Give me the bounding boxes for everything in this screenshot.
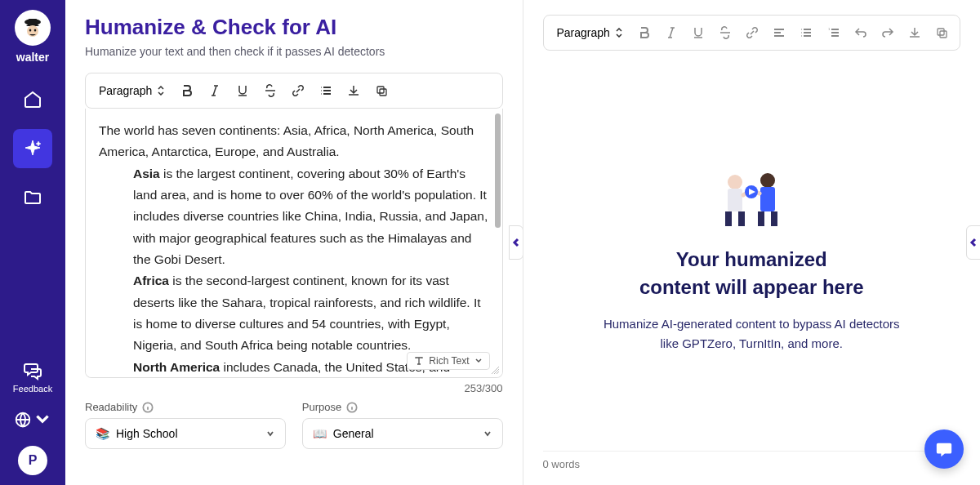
- info-icon[interactable]: [142, 402, 154, 413]
- home-icon: [23, 90, 42, 109]
- undo-icon: [854, 26, 867, 39]
- underline-button[interactable]: [687, 20, 710, 45]
- chevron-left-icon: [969, 238, 978, 247]
- output-title: Your humanized content will appear here: [639, 246, 864, 300]
- svg-rect-15: [728, 189, 742, 211]
- svg-rect-13: [940, 31, 947, 38]
- books-icon: 📚: [96, 427, 109, 440]
- paragraph-style-select-output[interactable]: Paragraph: [550, 23, 630, 42]
- svg-rect-21: [771, 211, 777, 226]
- svg-rect-16: [725, 211, 732, 226]
- readability-group: Readability 📚 High School: [85, 401, 286, 449]
- nav-humanize[interactable]: [13, 129, 52, 168]
- readability-label: Readability: [85, 401, 286, 413]
- italic-button[interactable]: [203, 78, 227, 103]
- underline-button[interactable]: [230, 78, 255, 103]
- download-button[interactable]: [341, 78, 366, 103]
- sort-icon: [157, 86, 165, 96]
- svg-point-14: [728, 175, 742, 189]
- svg-rect-8: [380, 89, 386, 96]
- svg-point-18: [760, 173, 775, 188]
- chevron-down-icon: [483, 429, 492, 438]
- collapse-right-handle[interactable]: [966, 225, 980, 260]
- list-button[interactable]: [314, 78, 338, 103]
- editor-wrap: The world has seven continents: Asia, Af…: [85, 109, 503, 378]
- input-editor[interactable]: The world has seven continents: Asia, Af…: [85, 109, 503, 378]
- brand-logo[interactable]: [15, 10, 51, 46]
- user-avatar[interactable]: P: [18, 446, 47, 475]
- chevron-down-icon: [265, 429, 275, 438]
- purpose-label: Purpose: [302, 401, 503, 413]
- underline-icon: [692, 26, 705, 39]
- purpose-select[interactable]: 📖 General: [302, 418, 503, 449]
- folder-icon: [23, 188, 42, 207]
- list-icon: [319, 84, 332, 97]
- sparkle-icon: [23, 139, 42, 158]
- output-illustration: [702, 148, 800, 229]
- italic-icon: [208, 84, 221, 97]
- link-icon: [746, 26, 759, 39]
- page-title: Humanize & Check for AI: [85, 15, 503, 40]
- link-button[interactable]: [286, 78, 310, 103]
- svg-rect-17: [738, 211, 745, 226]
- page-subtitle: Humanize your text and then check if it …: [85, 45, 503, 58]
- chat-fab[interactable]: [924, 429, 964, 469]
- info-icon[interactable]: [346, 402, 358, 413]
- editor-intro: The world has seven continents: Asia, Af…: [99, 120, 489, 163]
- svg-rect-20: [758, 211, 764, 226]
- link-icon: [292, 84, 305, 97]
- editor-scrollbar[interactable]: [495, 113, 501, 228]
- output-subtitle: Humanize AI-generated content to bypass …: [596, 314, 906, 354]
- feedback-button[interactable]: Feedback: [13, 361, 52, 394]
- language-button[interactable]: [13, 403, 52, 436]
- svg-rect-19: [760, 187, 775, 211]
- copy-button[interactable]: [369, 78, 394, 103]
- download-button[interactable]: [902, 20, 926, 45]
- list-left-button[interactable]: [768, 20, 791, 45]
- sidebar: walter Feedback P: [0, 0, 65, 485]
- italic-button[interactable]: [660, 20, 684, 45]
- main-area: Humanize & Check for AI Humanize your te…: [65, 0, 980, 485]
- sort-icon: [615, 28, 623, 38]
- svg-rect-2: [29, 19, 37, 23]
- text-icon: [414, 356, 424, 366]
- input-toolbar: Paragraph: [85, 73, 503, 109]
- copy-button[interactable]: [929, 20, 953, 45]
- readability-select[interactable]: 📚 High School: [85, 418, 286, 449]
- strike-button[interactable]: [714, 20, 737, 45]
- brand-name: walter: [16, 51, 49, 64]
- list-icon: [800, 26, 813, 39]
- feedback-label: Feedback: [13, 384, 52, 394]
- editor-asia: Asia is the largest continent, covering …: [133, 163, 489, 271]
- undo-button[interactable]: [849, 20, 872, 45]
- nav-home[interactable]: [13, 80, 52, 119]
- svg-rect-12: [938, 29, 944, 35]
- resize-handle-icon[interactable]: [490, 365, 500, 375]
- svg-point-5: [34, 29, 37, 31]
- paragraph-label: Paragraph: [99, 84, 152, 97]
- redo-icon: [881, 26, 894, 39]
- link-button[interactable]: [741, 20, 764, 45]
- bold-button[interactable]: [175, 78, 199, 103]
- paragraph-style-select[interactable]: Paragraph: [92, 81, 172, 100]
- svg-text:1: 1: [828, 27, 831, 31]
- download-icon: [347, 84, 360, 97]
- nav-folder[interactable]: [13, 178, 52, 217]
- bold-button[interactable]: [633, 20, 657, 45]
- copy-icon: [935, 26, 948, 39]
- list-button[interactable]: [795, 20, 818, 45]
- richtext-toggle[interactable]: Rich Text: [407, 352, 489, 370]
- svg-point-4: [29, 29, 32, 31]
- strike-button[interactable]: [258, 78, 283, 103]
- editor-africa: Africa is the second-largest continent, …: [133, 270, 489, 356]
- numlist-button[interactable]: 1: [822, 20, 845, 45]
- download-icon: [908, 26, 921, 39]
- chevron-down-icon: [33, 411, 51, 429]
- output-placeholder: Your humanized content will appear here …: [543, 51, 961, 451]
- collapse-left-handle[interactable]: [509, 225, 523, 260]
- svg-rect-7: [377, 87, 384, 93]
- underline-icon: [236, 84, 249, 97]
- redo-button[interactable]: [875, 20, 899, 45]
- strike-icon: [719, 26, 732, 39]
- output-toolbar: Paragraph 1: [543, 15, 961, 51]
